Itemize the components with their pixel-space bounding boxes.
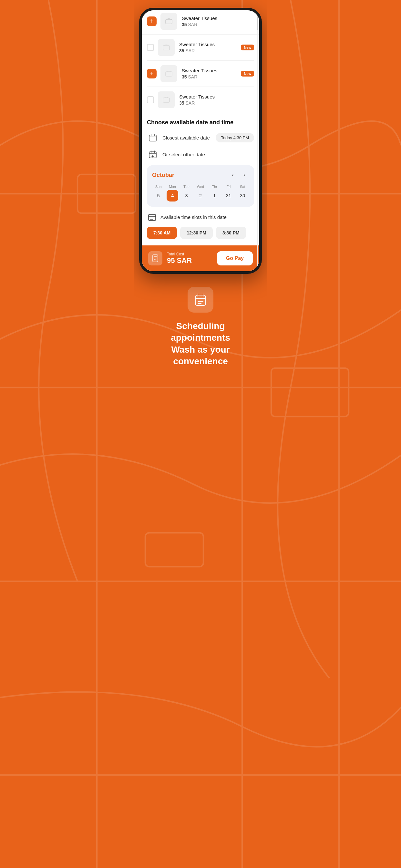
calendar-day[interactable]: 1: [209, 190, 220, 202]
svg-rect-10: [166, 20, 172, 24]
list-item: Sweater Tissues 35 SAR: [147, 87, 254, 113]
calendar-header: Octobar ‹ ›: [152, 170, 249, 180]
tagline: Scheduling appointments Wash as your con…: [145, 320, 256, 368]
scroll-track[interactable]: [257, 10, 258, 271]
day-name: Wed: [197, 185, 204, 189]
bottom-bar: Total Cost 95 SAR Go Pay: [142, 245, 259, 271]
svg-rect-11: [163, 45, 169, 50]
day-name: Thr: [212, 185, 217, 189]
day-name: Sun: [155, 185, 162, 189]
svg-rect-28: [153, 255, 158, 262]
closest-date-value[interactable]: Today 4:30 PM: [216, 133, 254, 143]
page-wrapper: + Sweater Tissues 35 SAR: [134, 0, 267, 397]
product-image: [160, 13, 177, 30]
svg-rect-14: [149, 135, 156, 141]
calendar-day-col: Thr 1: [208, 185, 221, 202]
product-item-partial: + Sweater Tissues 35 SAR: [142, 10, 259, 35]
calendar-prev-button[interactable]: ‹: [228, 170, 237, 180]
total-amount: 95 SAR: [167, 256, 192, 265]
below-phone-section: Scheduling appointments Wash as your con…: [139, 274, 262, 377]
product-info: Sweater Tissues 35 SAR: [179, 94, 254, 105]
time-slots-label: Available time slots in this date: [160, 214, 227, 220]
calendar-icon: [147, 132, 158, 144]
new-badge: New: [241, 71, 254, 76]
calendar-day-col: Tue 3: [180, 185, 193, 202]
product-info: Sweater Tissues 35 SAR: [182, 16, 254, 27]
calendar-add-icon: [147, 149, 158, 160]
day-name: Fri: [226, 185, 230, 189]
phone-screen: + Sweater Tissues 35 SAR: [142, 10, 259, 271]
add-product-button[interactable]: +: [147, 69, 157, 79]
calendar-container: Octobar ‹ › Sun 5 Mon 4: [147, 165, 254, 207]
calendar-day-col: Sun 5: [152, 185, 165, 202]
calendar-day-col: Sat 30: [236, 185, 249, 202]
time-slot[interactable]: 3:30 PM: [216, 227, 246, 239]
product-price: 35 SAR: [179, 100, 254, 105]
go-pay-button[interactable]: Go Pay: [217, 251, 253, 266]
date-time-section: Choose available date and time Closest a…: [142, 113, 259, 160]
phone-frame: + Sweater Tissues 35 SAR: [139, 8, 262, 274]
calendar-day[interactable]: 31: [223, 190, 235, 202]
time-icon: [147, 212, 157, 222]
calendar-days: Sun 5 Mon 4 Tue 3 Wed: [152, 185, 249, 202]
tagline-line1: Scheduling appointments: [145, 320, 256, 344]
section-title: Choose available date and time: [147, 119, 254, 126]
product-checkbox[interactable]: [147, 44, 154, 51]
product-image: [160, 65, 177, 82]
other-date-label: Or select other date: [162, 152, 254, 157]
receipt-icon: [148, 251, 162, 266]
calendar-next-button[interactable]: ›: [240, 170, 249, 180]
product-image: [158, 91, 175, 108]
calendar-day[interactable]: 2: [195, 190, 206, 202]
plus-icon: +: [150, 18, 154, 24]
calendar-day-col: Mon 4: [166, 185, 179, 202]
day-name: Sat: [240, 185, 245, 189]
list-item: Sweater Tissues 35 SAR New: [147, 35, 254, 61]
calendar-day[interactable]: 3: [181, 190, 192, 202]
total-label: Total Cost: [167, 252, 192, 256]
time-slots-section: Available time slots in this date 7:30 A…: [142, 212, 259, 245]
day-name: Mon: [169, 185, 176, 189]
time-slots-list: 7:30 AM 12:30 PM 3:30 PM: [147, 227, 254, 239]
list-item: + Sweater Tissues 35 SAR Ne: [147, 61, 254, 87]
product-list: Sweater Tissues 35 SAR New +: [142, 35, 259, 113]
new-badge: New: [241, 44, 254, 51]
calendar-day[interactable]: 5: [153, 190, 164, 202]
total-info: Total Cost 95 SAR: [167, 252, 192, 265]
scroll-thumb: [257, 10, 258, 30]
total-left: Total Cost 95 SAR: [148, 251, 192, 266]
product-name: Sweater Tissues: [179, 94, 254, 99]
calendar-day-selected[interactable]: 4: [166, 190, 178, 202]
calendar-day[interactable]: 30: [237, 190, 248, 202]
closest-date-label: Closest available date: [162, 135, 216, 141]
other-date-option: Or select other date: [147, 149, 254, 160]
day-name: Tue: [183, 185, 189, 189]
closest-date-option: Closest available date Today 4:30 PM: [147, 132, 254, 144]
svg-rect-13: [163, 98, 169, 102]
calendar-month: Octobar: [152, 172, 174, 179]
time-slot[interactable]: 12:30 PM: [180, 227, 213, 239]
product-name: Sweater Tissues: [182, 16, 254, 21]
time-section-header: Available time slots in this date: [147, 212, 254, 222]
time-slot-selected[interactable]: 7:30 AM: [147, 227, 177, 239]
svg-rect-24: [149, 214, 156, 221]
product-image: [158, 39, 175, 56]
add-product-button[interactable]: +: [147, 17, 157, 26]
product-price: 35 SAR: [182, 22, 254, 27]
plus-icon: +: [150, 70, 154, 76]
svg-rect-32: [195, 295, 206, 306]
tagline-line2: Wash as your convenience: [145, 344, 256, 368]
app-icon-large: [188, 287, 213, 313]
calendar-day-col: Wed 2: [194, 185, 207, 202]
product-checkbox[interactable]: [147, 96, 154, 103]
calendar-day-col: Fri 31: [222, 185, 235, 202]
calendar-navigation: ‹ ›: [228, 170, 249, 180]
svg-rect-12: [166, 72, 172, 76]
